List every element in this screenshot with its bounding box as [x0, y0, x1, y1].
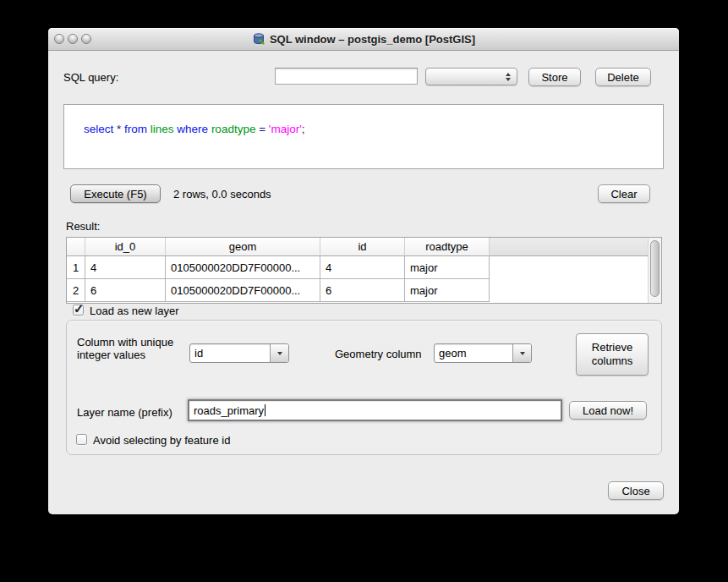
layer-name-input[interactable]: roads_primary — [188, 399, 562, 421]
cell-id[interactable]: 6 — [320, 279, 405, 302]
scrollbar-thumb[interactable] — [650, 240, 660, 297]
query-name-input[interactable] — [275, 68, 418, 85]
cell-id_0[interactable]: 4 — [85, 256, 166, 279]
chevron-down-icon[interactable] — [270, 344, 288, 362]
sql-token-operator: = — [259, 123, 269, 135]
table-header-row: id_0 geom id roadtype — [67, 238, 661, 256]
sql-token-keyword: select — [84, 123, 117, 135]
delete-button-label: Delete — [607, 71, 639, 84]
retrieve-columns-label: Retrieve columns — [582, 341, 643, 369]
stepper-arrows-icon — [506, 73, 511, 81]
sql-editor[interactable]: select * from lines where roadtype = 'ma… — [63, 104, 664, 169]
delete-button[interactable]: Delete — [595, 68, 651, 86]
store-button-label: Store — [541, 71, 567, 84]
clear-button-label: Clear — [610, 188, 637, 200]
close-button-label: Close — [621, 485, 649, 497]
avoid-selecting-label: Avoid selecting by feature id — [93, 434, 230, 447]
row-filler — [490, 256, 661, 279]
table-row[interactable]: 1 4 0105000020DD7F00000... 4 major — [67, 256, 661, 279]
column-header-roadtype[interactable]: roadtype — [405, 238, 490, 256]
execute-button-label: Execute (F5) — [84, 188, 146, 200]
column-header-id_0[interactable]: id_0 — [85, 238, 166, 256]
load-as-new-layer-checkbox[interactable] — [73, 305, 84, 316]
result-table: id_0 geom id roadtype 1 4 0105000020DD7F… — [66, 237, 662, 304]
result-label: Result: — [66, 220, 100, 233]
sql-token-punctuation: ; — [302, 123, 305, 135]
sql-window: SQL window – postgis_demo [PostGIS] SQL … — [48, 28, 679, 514]
row-header[interactable]: 2 — [67, 279, 85, 302]
sql-token-keyword: where — [177, 123, 211, 135]
load-as-new-layer-label: Load as new layer — [90, 305, 179, 317]
database-icon — [252, 32, 265, 46]
unique-column-combobox[interactable]: id — [189, 343, 289, 363]
column-header-id[interactable]: id — [320, 238, 405, 256]
row-header[interactable]: 1 — [67, 256, 85, 279]
layer-name-value: roads_primary — [194, 404, 264, 417]
desktop: { "window": { "title": "SQL window – pos… — [0, 0, 728, 582]
cell-id_0[interactable]: 6 — [85, 279, 166, 302]
query-status-text: 2 rows, 0.0 seconds — [173, 188, 271, 200]
header-filler — [490, 238, 661, 256]
sql-token-string: 'major' — [269, 123, 302, 135]
cell-geom[interactable]: 0105000020DD7F00000... — [166, 279, 320, 302]
geometry-column-combobox[interactable]: geom — [434, 343, 532, 363]
sql-token-operator: * — [117, 123, 124, 135]
cell-id[interactable]: 4 — [320, 256, 405, 279]
load-now-label: Load now! — [583, 404, 633, 417]
sql-token-identifier: lines — [151, 123, 178, 135]
title-area: SQL window – postgis_demo [PostGIS] — [48, 28, 679, 50]
stored-query-dropdown[interactable] — [425, 68, 517, 85]
load-now-button[interactable]: Load now! — [569, 401, 647, 420]
titlebar: SQL window – postgis_demo [PostGIS] — [48, 28, 679, 51]
layer-name-label: Layer name (prefix) — [77, 406, 172, 419]
row-filler — [490, 279, 661, 302]
sql-token-keyword: from — [124, 123, 151, 135]
table-row[interactable]: 2 6 0105000020DD7F00000... 6 major — [67, 279, 661, 302]
clear-button[interactable]: Clear — [598, 184, 650, 203]
retrieve-columns-button[interactable]: Retrieve columns — [576, 333, 649, 376]
cell-geom[interactable]: 0105000020DD7F00000... — [166, 256, 320, 279]
unique-column-label: Column with unique integer values — [77, 336, 194, 361]
load-options-group: Column with unique integer values id Geo… — [66, 320, 662, 455]
close-button[interactable]: Close — [608, 481, 664, 500]
text-caret — [265, 404, 265, 416]
sql-query-label: SQL query: — [63, 71, 118, 84]
geometry-column-value: geom — [435, 344, 512, 362]
store-button[interactable]: Store — [528, 68, 581, 86]
cell-roadtype[interactable]: major — [405, 256, 490, 279]
cell-roadtype[interactable]: major — [405, 279, 490, 302]
chevron-down-icon[interactable] — [512, 344, 531, 362]
geometry-column-label: Geometry column — [335, 348, 422, 360]
avoid-selecting-checkbox[interactable] — [76, 434, 87, 445]
vertical-scrollbar[interactable] — [648, 238, 661, 303]
execute-button[interactable]: Execute (F5) — [70, 184, 161, 203]
column-header-geom[interactable]: geom — [166, 238, 320, 256]
window-title: SQL window – postgis_demo [PostGIS] — [270, 33, 475, 46]
corner-header[interactable] — [67, 238, 85, 256]
sql-token-identifier: roadtype — [211, 123, 259, 135]
unique-column-value: id — [190, 344, 270, 362]
